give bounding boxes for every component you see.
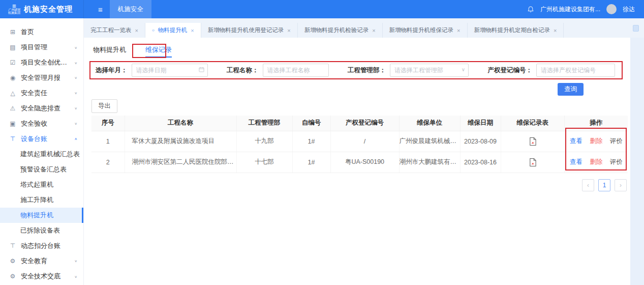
col-maint-unit: 维保单位 xyxy=(399,116,460,131)
col-project: 工程名称 xyxy=(125,116,236,131)
close-icon[interactable]: × xyxy=(554,27,557,34)
pdf-file-icon[interactable] xyxy=(529,158,537,167)
filter-dept-label: 工程管理部： xyxy=(348,66,386,75)
sidebar-item-label: 项目安全创优管理 xyxy=(21,58,70,67)
close-icon[interactable]: × xyxy=(191,27,194,34)
sidebar-item-safety-responsibility[interactable]: △ 安全责任 ∨ xyxy=(0,86,83,101)
sidebar-subitem-material-hoist[interactable]: 物料提升机 xyxy=(0,208,83,223)
app-logo: ▥ 广州建筑 机施集团 机施安全管理 xyxy=(0,0,84,18)
close-icon[interactable]: × xyxy=(287,27,290,34)
sidebar-subitem-warning-equipment[interactable]: 预警设备汇总表 xyxy=(0,162,83,177)
sidebar-item-monthly-report[interactable]: ◉ 安全管理月报 ∨ xyxy=(0,70,83,86)
cell-record-sheet xyxy=(501,152,564,173)
cell-dept: 十七部 xyxy=(236,152,292,173)
bell-icon[interactable] xyxy=(527,6,534,13)
gear-icon: ⚙ xyxy=(9,258,16,265)
close-icon[interactable]: × xyxy=(457,27,460,34)
sidebar-subitem-removed-equipment[interactable]: 已拆除设备表 xyxy=(0,223,83,238)
folder-icon: ▤ xyxy=(9,44,16,51)
view-link[interactable]: 查看 xyxy=(570,137,582,145)
close-icon[interactable]: × xyxy=(372,27,375,34)
subtab-maintenance-record[interactable]: 维保记录 xyxy=(145,45,172,58)
project-name-input[interactable] xyxy=(263,64,329,77)
tab-new-self-check-record[interactable]: 新增物料提升机定期自检记录 × xyxy=(468,23,564,38)
sidebar-item-label: 安全教育 xyxy=(21,256,70,266)
sidebar-item-safety-acceptance[interactable]: ▣ 安全验收 ∨ xyxy=(0,116,83,131)
logo-emblem-icon: ▥ xyxy=(12,4,16,8)
dept-select[interactable] xyxy=(390,64,469,77)
header-right: 广州机施建设集团有... 徐达 xyxy=(527,4,644,14)
maintenance-records-table: 序号 工程名称 工程管理部 自编号 产权登记编号 维保单位 维保日期 维保记录表… xyxy=(91,116,628,173)
filter-bar: 选择年月： 工程名称： 工程管理部： ∨ 产权登记编号： xyxy=(84,62,630,79)
pdf-file-icon[interactable] xyxy=(529,137,537,146)
shield-icon: ◉ xyxy=(9,74,16,81)
sidebar-item-label: 首页 xyxy=(21,27,77,37)
tab-completed-projects[interactable]: 完工工程一览表 × xyxy=(84,23,145,38)
reg-no-input[interactable] xyxy=(536,64,615,77)
filter-date: 选择年月： xyxy=(96,64,208,77)
gear-icon: ⚙ xyxy=(9,273,16,280)
menu-collapse-icon[interactable]: ≡ xyxy=(91,5,110,14)
filter-date-label: 选择年月： xyxy=(96,66,128,75)
chevron-down-icon: ∨ xyxy=(74,274,77,278)
chevron-down-icon: ∨ xyxy=(74,106,77,110)
filter-reg-no: 产权登记编号： xyxy=(488,64,616,77)
crane-icon: ⊤ xyxy=(9,242,16,249)
cell-dept: 十九部 xyxy=(236,131,292,152)
chevron-down-icon: ∨ xyxy=(74,76,77,79)
sidebar-item-equipment-ledger[interactable]: ⊤ 设备台账 ∧ xyxy=(0,131,83,147)
col-record-sheet: 维保记录表 xyxy=(501,116,564,131)
app-header: ▥ 广州建筑 机施集团 机施安全管理 ≡ 机施安全 广州机施建设集团有... 徐… xyxy=(0,0,644,18)
filter-dept: 工程管理部： ∨ xyxy=(348,64,469,77)
chevron-down-icon: ∨ xyxy=(74,61,77,64)
sidebar-item-label: 设备台账 xyxy=(21,134,70,144)
chevron-up-icon: ∧ xyxy=(74,137,77,140)
sidebar-item-hazard-inspection[interactable]: ⚠ 安全隐患排查 ∨ xyxy=(0,101,83,116)
top-nav-machine-safety[interactable]: 机施安全 xyxy=(110,0,151,18)
delete-link[interactable]: 删除 xyxy=(590,158,602,165)
tab-new-maintenance-record[interactable]: 新增物料提升机维保记录 × xyxy=(383,23,468,38)
tab-list-icon[interactable] xyxy=(633,25,639,32)
tab-label: 新增物料提升机检验记录 xyxy=(304,26,369,34)
avatar[interactable] xyxy=(606,4,617,14)
subtabs: 物料提升机 维保记录 xyxy=(84,38,630,58)
sidebar-item-deduction-ledger[interactable]: ⊤ 动态扣分台账 xyxy=(0,238,83,253)
evaluate-link[interactable]: 评价 xyxy=(610,158,623,165)
sidebar-item-label: 安全验收 xyxy=(21,119,70,128)
cell-actions: 查看 删除 评价 xyxy=(564,152,628,173)
delete-link[interactable]: 删除 xyxy=(590,137,602,145)
sidebar-subitem-construction-hoist[interactable]: 施工升降机 xyxy=(0,192,83,208)
evaluate-link[interactable]: 评价 xyxy=(610,137,623,145)
sidebar-item-project-management[interactable]: ▤ 项目管理 ∨ xyxy=(0,40,83,55)
tab-new-usage-registration[interactable]: 新增物料提升机使用登记记录 × xyxy=(201,23,298,38)
warning-icon: ⚠ xyxy=(9,105,16,112)
sidebar-item-home[interactable]: ⊞ 首页 xyxy=(0,24,83,40)
company-name[interactable]: 广州机施建设集团有... xyxy=(540,5,600,14)
subtab-material-hoist[interactable]: 物料提升机 xyxy=(93,45,126,58)
col-dept: 工程管理部 xyxy=(236,116,292,131)
close-icon[interactable]: × xyxy=(135,27,138,34)
sidebar-item-technical-disclosure[interactable]: ⚙ 安全技术交底 ∨ xyxy=(0,269,83,284)
sidebar-item-safety-excellence[interactable]: ☑ 项目安全创优管理 ∨ xyxy=(0,55,83,70)
tab-label: 新增物料提升机维保记录 xyxy=(389,26,454,34)
document-check-icon: ▣ xyxy=(9,120,16,127)
sidebar-subitem-crane-summary[interactable]: 建筑起重机械汇总表 xyxy=(0,147,83,162)
view-link[interactable]: 查看 xyxy=(570,158,582,165)
cell-reg-no: / xyxy=(330,131,399,152)
pagination-prev-icon[interactable]: ‹ xyxy=(582,179,594,191)
pagination-page-1[interactable]: 1 xyxy=(598,179,610,191)
username[interactable]: 徐达 xyxy=(623,5,635,14)
sidebar-item-safety-education[interactable]: ⚙ 安全教育 ∨ xyxy=(0,253,83,269)
tab-new-inspection-record[interactable]: 新增物料提升机检验记录 × xyxy=(298,23,383,38)
query-button[interactable]: 查询 xyxy=(558,83,584,96)
home-icon: ⊞ xyxy=(9,28,16,36)
date-input[interactable] xyxy=(132,64,208,77)
tab-material-hoist[interactable]: ○ 物料提升机 × xyxy=(145,23,201,38)
col-maint-date: 维保日期 xyxy=(460,116,501,131)
tab-label: 物料提升机 xyxy=(158,26,188,34)
export-button[interactable]: 导出 xyxy=(91,99,117,113)
sidebar-subitem-tower-crane[interactable]: 塔式起重机 xyxy=(0,177,83,192)
cell-self-no: 1# xyxy=(292,152,330,173)
pagination-next-icon[interactable]: › xyxy=(615,179,627,191)
cell-project: 潮州市潮安区第二人民医院住院部附属楼... xyxy=(125,152,236,173)
